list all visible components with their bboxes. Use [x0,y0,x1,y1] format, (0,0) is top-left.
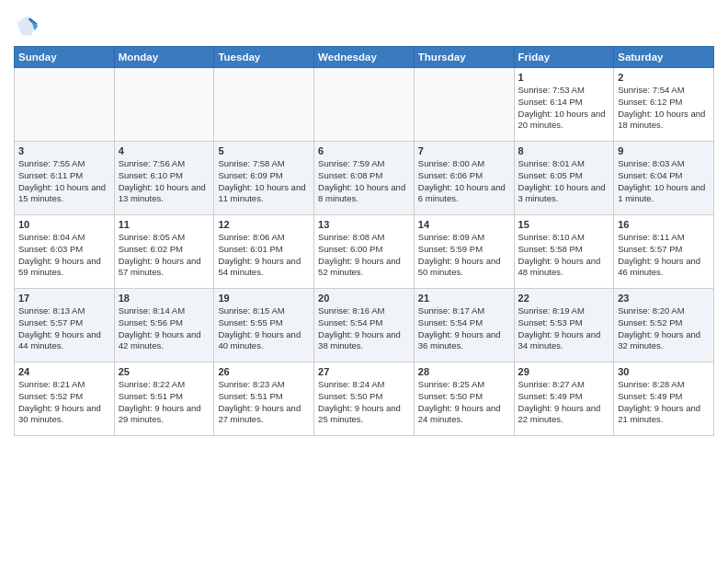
day-number: 2 [618,72,710,83]
calendar-cell: 16Sunrise: 8:11 AMSunset: 5:57 PMDayligh… [614,215,714,289]
day-number: 24 [18,366,110,377]
cell-content: 4Sunrise: 7:56 AMSunset: 6:10 PMDaylight… [119,145,210,205]
calendar-cell [15,68,115,142]
day-number: 12 [218,219,310,230]
cell-info: Sunrise: 7:58 AMSunset: 6:09 PMDaylight:… [218,158,310,205]
cell-content: 5Sunrise: 7:58 AMSunset: 6:09 PMDaylight… [218,145,310,205]
cell-info: Sunrise: 8:11 AMSunset: 5:57 PMDaylight:… [618,232,710,279]
cell-content: 15Sunrise: 8:10 AMSunset: 5:58 PMDayligh… [518,219,610,279]
day-header-sunday: Sunday [15,47,115,68]
cell-info: Sunrise: 8:17 AMSunset: 5:54 PMDaylight:… [418,305,510,352]
cell-info: Sunrise: 8:24 AMSunset: 5:50 PMDaylight:… [318,379,410,426]
cell-content: 9Sunrise: 8:03 AMSunset: 6:04 PMDaylight… [618,145,710,205]
calendar-cell [114,68,214,142]
calendar-cell: 24Sunrise: 8:21 AMSunset: 5:52 PMDayligh… [15,362,115,436]
calendar-cell: 18Sunrise: 8:14 AMSunset: 5:56 PMDayligh… [114,289,214,362]
calendar-cell: 2Sunrise: 7:54 AMSunset: 6:12 PMDaylight… [614,68,714,142]
logo-area [14,13,43,39]
cell-content: 24Sunrise: 8:21 AMSunset: 5:52 PMDayligh… [18,366,110,426]
cell-content: 21Sunrise: 8:17 AMSunset: 5:54 PMDayligh… [418,293,510,352]
cell-content: 18Sunrise: 8:14 AMSunset: 5:56 PMDayligh… [119,293,210,352]
calendar-cell: 13Sunrise: 8:08 AMSunset: 6:00 PMDayligh… [314,215,415,289]
calendar-cell: 3Sunrise: 7:55 AMSunset: 6:11 PMDaylight… [15,142,115,215]
calendar-cell: 11Sunrise: 8:05 AMSunset: 6:02 PMDayligh… [114,215,214,289]
cell-info: Sunrise: 8:14 AMSunset: 5:56 PMDaylight:… [119,305,210,352]
day-number: 5 [218,145,310,156]
day-number: 17 [18,293,110,304]
day-number: 1 [518,72,610,83]
calendar-cell: 22Sunrise: 8:19 AMSunset: 5:53 PMDayligh… [514,289,614,362]
day-number: 11 [119,219,210,230]
cell-info: Sunrise: 8:25 AMSunset: 5:50 PMDaylight:… [418,379,510,426]
cell-info: Sunrise: 8:04 AMSunset: 6:03 PMDaylight:… [18,232,110,279]
header-row: SundayMondayTuesdayWednesdayThursdayFrid… [15,47,714,68]
day-number: 29 [518,366,610,377]
day-header-tuesday: Tuesday [214,47,314,68]
calendar-cell: 12Sunrise: 8:06 AMSunset: 6:01 PMDayligh… [214,215,314,289]
cell-info: Sunrise: 8:22 AMSunset: 5:51 PMDaylight:… [119,379,210,426]
cell-content: 12Sunrise: 8:06 AMSunset: 6:01 PMDayligh… [218,219,310,279]
day-number: 30 [618,366,710,377]
calendar-cell: 20Sunrise: 8:16 AMSunset: 5:54 PMDayligh… [314,289,415,362]
day-number: 8 [518,145,610,156]
calendar-cell: 1Sunrise: 7:53 AMSunset: 6:14 PMDaylight… [514,68,614,142]
day-number: 13 [318,219,410,230]
calendar-cell: 6Sunrise: 7:59 AMSunset: 6:08 PMDaylight… [314,142,415,215]
cell-info: Sunrise: 8:21 AMSunset: 5:52 PMDaylight:… [18,379,110,426]
cell-info: Sunrise: 8:00 AMSunset: 6:06 PMDaylight:… [418,158,510,205]
calendar-cell: 19Sunrise: 8:15 AMSunset: 5:55 PMDayligh… [214,289,314,362]
cell-content: 6Sunrise: 7:59 AMSunset: 6:08 PMDaylight… [318,145,410,205]
week-row-4: 17Sunrise: 8:13 AMSunset: 5:57 PMDayligh… [15,289,714,362]
cell-info: Sunrise: 8:20 AMSunset: 5:52 PMDaylight:… [618,305,710,352]
cell-info: Sunrise: 8:01 AMSunset: 6:05 PMDaylight:… [518,158,610,205]
day-number: 19 [218,293,310,304]
cell-content: 2Sunrise: 7:54 AMSunset: 6:12 PMDaylight… [618,72,710,132]
calendar-cell: 29Sunrise: 8:27 AMSunset: 5:49 PMDayligh… [514,362,614,436]
cell-content: 26Sunrise: 8:23 AMSunset: 5:51 PMDayligh… [218,366,310,426]
day-number: 20 [318,293,410,304]
cell-content: 1Sunrise: 7:53 AMSunset: 6:14 PMDaylight… [518,72,610,132]
week-row-2: 3Sunrise: 7:55 AMSunset: 6:11 PMDaylight… [15,142,714,215]
day-header-saturday: Saturday [614,47,714,68]
cell-content: 8Sunrise: 8:01 AMSunset: 6:05 PMDaylight… [518,145,610,205]
cell-content: 11Sunrise: 8:05 AMSunset: 6:02 PMDayligh… [119,219,210,279]
cell-info: Sunrise: 8:28 AMSunset: 5:49 PMDaylight:… [618,379,710,426]
calendar-cell: 21Sunrise: 8:17 AMSunset: 5:54 PMDayligh… [414,289,514,362]
cell-content: 28Sunrise: 8:25 AMSunset: 5:50 PMDayligh… [418,366,510,426]
week-row-3: 10Sunrise: 8:04 AMSunset: 6:03 PMDayligh… [15,215,714,289]
calendar-cell: 7Sunrise: 8:00 AMSunset: 6:06 PMDaylight… [414,142,514,215]
page: SundayMondayTuesdayWednesdayThursdayFrid… [0,0,728,563]
cell-content: 23Sunrise: 8:20 AMSunset: 5:52 PMDayligh… [618,293,710,352]
cell-content: 29Sunrise: 8:27 AMSunset: 5:49 PMDayligh… [518,366,610,426]
calendar-cell: 5Sunrise: 7:58 AMSunset: 6:09 PMDaylight… [214,142,314,215]
calendar-cell: 14Sunrise: 8:09 AMSunset: 5:59 PMDayligh… [414,215,514,289]
calendar-cell: 27Sunrise: 8:24 AMSunset: 5:50 PMDayligh… [314,362,415,436]
day-number: 14 [418,219,510,230]
day-number: 4 [119,145,210,156]
calendar-cell: 25Sunrise: 8:22 AMSunset: 5:51 PMDayligh… [114,362,214,436]
calendar-cell: 15Sunrise: 8:10 AMSunset: 5:58 PMDayligh… [514,215,614,289]
day-number: 23 [618,293,710,304]
cell-info: Sunrise: 8:23 AMSunset: 5:51 PMDaylight:… [218,379,310,426]
cell-content: 3Sunrise: 7:55 AMSunset: 6:11 PMDaylight… [18,145,110,205]
calendar-cell [214,68,314,142]
day-number: 27 [318,366,410,377]
cell-content: 10Sunrise: 8:04 AMSunset: 6:03 PMDayligh… [18,219,110,279]
cell-content: 22Sunrise: 8:19 AMSunset: 5:53 PMDayligh… [518,293,610,352]
calendar-cell [414,68,514,142]
cell-info: Sunrise: 8:09 AMSunset: 5:59 PMDaylight:… [418,232,510,279]
cell-info: Sunrise: 7:55 AMSunset: 6:11 PMDaylight:… [18,158,110,205]
calendar-table: SundayMondayTuesdayWednesdayThursdayFrid… [14,46,714,436]
cell-content: 14Sunrise: 8:09 AMSunset: 5:59 PMDayligh… [418,219,510,279]
calendar-cell: 4Sunrise: 7:56 AMSunset: 6:10 PMDaylight… [114,142,214,215]
day-header-monday: Monday [114,47,214,68]
calendar-cell: 10Sunrise: 8:04 AMSunset: 6:03 PMDayligh… [15,215,115,289]
day-number: 26 [218,366,310,377]
calendar-cell: 9Sunrise: 8:03 AMSunset: 6:04 PMDaylight… [614,142,714,215]
day-header-friday: Friday [514,47,614,68]
calendar-cell: 26Sunrise: 8:23 AMSunset: 5:51 PMDayligh… [214,362,314,436]
cell-content: 17Sunrise: 8:13 AMSunset: 5:57 PMDayligh… [18,293,110,352]
day-number: 22 [518,293,610,304]
week-row-5: 24Sunrise: 8:21 AMSunset: 5:52 PMDayligh… [15,362,714,436]
day-number: 15 [518,219,610,230]
